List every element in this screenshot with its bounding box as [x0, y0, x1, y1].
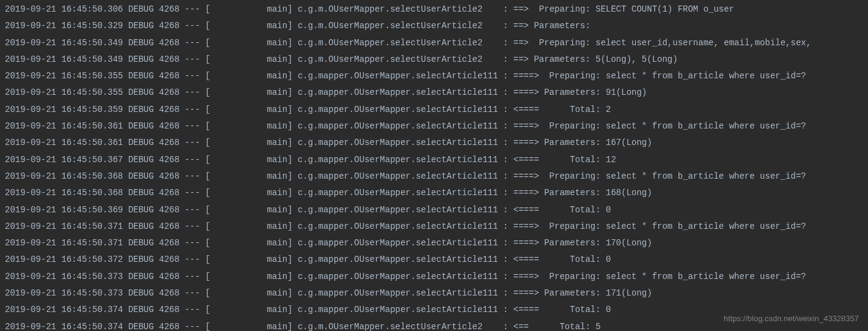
log-thread: [ main] [205, 255, 293, 264]
log-message: Total: 0 [550, 205, 611, 215]
log-message: Total: 12 [550, 155, 616, 165]
log-arrow: : ==> [503, 38, 534, 48]
log-arrow: : <==== [503, 105, 550, 114]
log-pid: 4268 [159, 238, 180, 248]
log-logger: c.g.mapper.OUserMapper.selectArticle111 [298, 272, 503, 281]
log-pid: 4268 [159, 4, 180, 14]
log-level: DEBUG [128, 4, 154, 14]
log-thread: [ main] [205, 305, 293, 314]
log-arrow: : ====> [503, 138, 544, 147]
log-timestamp: 2019-09-21 16:45:50.355 [5, 71, 123, 81]
log-message: Total: 0 [550, 255, 611, 264]
log-timestamp: 2019-09-21 16:45:50.361 [5, 121, 123, 131]
log-line: 2019-09-21 16:45:50.368 DEBUG 4268 --- [… [5, 168, 863, 185]
log-thread: [ main] [205, 238, 293, 248]
log-level: DEBUG [128, 171, 154, 181]
log-timestamp: 2019-09-21 16:45:50.373 [5, 288, 123, 298]
log-pid: 4268 [159, 322, 180, 331]
log-thread: [ main] [205, 21, 293, 31]
log-arrow: : ====> [503, 238, 544, 248]
log-separator: --- [185, 288, 200, 298]
log-separator: --- [185, 238, 200, 248]
log-level: DEBUG [128, 288, 154, 298]
log-line: 2019-09-21 16:45:50.367 DEBUG 4268 --- [… [5, 152, 863, 168]
log-logger: c.g.m.OUserMapper.selectUserArticle2 [298, 4, 503, 14]
log-timestamp: 2019-09-21 16:45:50.372 [5, 255, 123, 264]
log-pid: 4268 [159, 255, 180, 264]
log-arrow: : ====> [503, 87, 544, 97]
log-arrow: : ====> [503, 288, 544, 298]
log-logger: c.g.mapper.OUserMapper.selectArticle111 [298, 71, 503, 81]
log-message: Parameters: 91(Long) [544, 87, 647, 97]
log-logger: c.g.mapper.OUserMapper.selectArticle111 [298, 305, 503, 314]
log-level: DEBUG [128, 155, 154, 165]
log-timestamp: 2019-09-21 16:45:50.368 [5, 188, 123, 198]
log-message: Parameters: 171(Long) [544, 288, 652, 298]
log-separator: --- [185, 155, 200, 165]
log-timestamp: 2019-09-21 16:45:50.368 [5, 171, 123, 181]
log-timestamp: 2019-09-21 16:45:50.373 [5, 272, 123, 281]
log-separator: --- [185, 54, 200, 64]
log-pid: 4268 [159, 38, 180, 48]
log-pid: 4268 [159, 188, 180, 198]
log-pid: 4268 [159, 288, 180, 298]
log-line: 2019-09-21 16:45:50.361 DEBUG 4268 --- [… [5, 118, 863, 135]
log-message: Total: 0 [550, 305, 611, 314]
log-level: DEBUG [128, 255, 154, 264]
log-logger: c.g.mapper.OUserMapper.selectArticle111 [298, 121, 503, 131]
log-separator: --- [185, 205, 200, 215]
log-message: Preparing: SELECT COUNT(1) FROM o_user [534, 4, 739, 14]
log-logger: c.g.mapper.OUserMapper.selectArticle111 [298, 288, 503, 298]
log-arrow: : <== [503, 322, 544, 331]
log-logger: c.g.mapper.OUserMapper.selectArticle111 [298, 221, 503, 231]
log-thread: [ main] [205, 38, 293, 48]
log-level: DEBUG [128, 21, 154, 31]
log-level: DEBUG [128, 205, 154, 215]
log-separator: --- [185, 71, 200, 81]
log-level: DEBUG [128, 188, 154, 198]
log-line: 2019-09-21 16:45:50.359 DEBUG 4268 --- [… [5, 102, 863, 118]
log-timestamp: 2019-09-21 16:45:50.371 [5, 221, 123, 231]
log-thread: [ main] [205, 105, 293, 114]
log-pid: 4268 [159, 155, 180, 165]
log-line: 2019-09-21 16:45:50.373 DEBUG 4268 --- [… [5, 285, 863, 302]
log-separator: --- [185, 121, 200, 131]
log-level: DEBUG [128, 138, 154, 147]
log-pid: 4268 [159, 138, 180, 147]
log-arrow: : ==> [503, 4, 534, 14]
log-pid: 4268 [159, 272, 180, 281]
log-pid: 4268 [159, 121, 180, 131]
log-line: 2019-09-21 16:45:50.349 DEBUG 4268 --- [… [5, 51, 863, 68]
log-level: DEBUG [128, 105, 154, 114]
log-logger: c.g.m.OUserMapper.selectUserArticle2 [298, 54, 503, 64]
log-line: 2019-09-21 16:45:50.373 DEBUG 4268 --- [… [5, 269, 863, 285]
log-pid: 4268 [159, 21, 180, 31]
log-separator: --- [185, 105, 200, 114]
log-arrow: : ====> [503, 272, 544, 281]
log-message: Parameters: 168(Long) [544, 188, 652, 198]
log-logger: c.g.mapper.OUserMapper.selectArticle111 [298, 238, 503, 248]
log-pid: 4268 [159, 54, 180, 64]
log-separator: --- [185, 4, 200, 14]
log-message: Preparing: select * from b_article where… [544, 272, 806, 281]
log-level: DEBUG [128, 38, 154, 48]
log-thread: [ main] [205, 171, 293, 181]
log-pid: 4268 [159, 221, 180, 231]
log-line: 2019-09-21 16:45:50.369 DEBUG 4268 --- [… [5, 202, 863, 218]
log-separator: --- [185, 221, 200, 231]
log-thread: [ main] [205, 4, 293, 14]
log-separator: --- [185, 21, 200, 31]
log-thread: [ main] [205, 205, 293, 215]
log-line: 2019-09-21 16:45:50.371 DEBUG 4268 --- [… [5, 218, 863, 235]
log-line: 2019-09-21 16:45:50.372 DEBUG 4268 --- [… [5, 251, 863, 268]
log-thread: [ main] [205, 87, 293, 97]
log-line: 2019-09-21 16:45:50.368 DEBUG 4268 --- [… [5, 185, 863, 201]
log-timestamp: 2019-09-21 16:45:50.329 [5, 21, 123, 31]
log-logger: c.g.mapper.OUserMapper.selectArticle111 [298, 171, 503, 181]
log-arrow: : ==> [503, 54, 534, 64]
log-message: Preparing: select * from b_article where… [544, 221, 806, 231]
log-separator: --- [185, 305, 200, 314]
log-pid: 4268 [159, 305, 180, 314]
log-arrow: : <==== [503, 305, 550, 314]
log-line: 2019-09-21 16:45:50.349 DEBUG 4268 --- [… [5, 35, 863, 51]
